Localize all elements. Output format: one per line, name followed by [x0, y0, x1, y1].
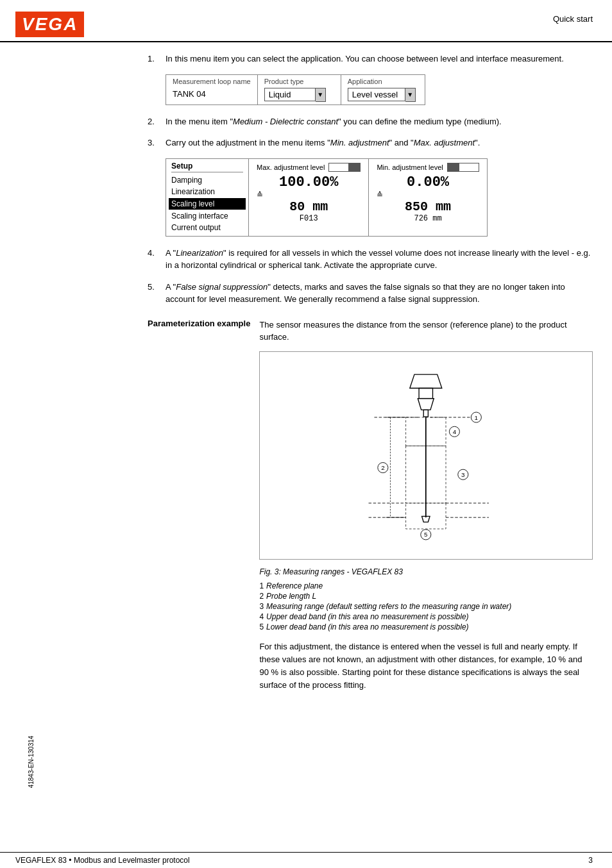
svg-text:4: 4: [453, 428, 457, 435]
item-text-5: A "False signal suppression" detects, ma…: [166, 281, 593, 306]
footer-page: 3: [588, 856, 593, 865]
application-value: Level vessel: [348, 88, 405, 101]
col1-value: TANK 04: [173, 85, 251, 99]
svg-text:5: 5: [424, 531, 428, 538]
col-measurement-loop: Measurement loop name TANK 04: [166, 75, 258, 104]
col2-label: Product type: [264, 78, 334, 85]
param-body-text: For this adjustment, the distance is ent…: [259, 640, 593, 692]
fig-item-5: 5Lower dead band (in this area no measur…: [259, 622, 593, 631]
list-item-3: 3. Carry out the adjustment in the menu …: [148, 137, 593, 149]
max-adj-label: Max. adjustment level: [257, 163, 325, 171]
fig-item-3: 3Measuring range (default setting refers…: [259, 602, 593, 611]
application-arrow[interactable]: ▼: [405, 88, 416, 102]
min-adj-value: 0.00%: [377, 174, 479, 190]
item-num-4: 4.: [148, 247, 166, 272]
menu-item-scaling-level[interactable]: Scaling level: [169, 198, 246, 210]
page-header: VEGA Quick start: [0, 0, 612, 42]
header-quickstart: Quick start: [553, 12, 593, 24]
max-adj-code: F013: [257, 214, 361, 223]
max-adjustment-box: Max. adjustment level 100.00% ≙ 80 mm F0…: [249, 158, 369, 237]
menu-item-scaling-interface: Scaling interface: [171, 210, 243, 222]
page-footer: VEGAFLEX 83 • Modbus and Levelmaster pro…: [0, 852, 612, 868]
min-adj-label: Min. adjustment level: [377, 163, 443, 171]
svg-text:3: 3: [461, 471, 465, 478]
col1-label: Measurement loop name: [173, 78, 251, 85]
min-adj-sub: 726 mm: [377, 214, 479, 223]
svg-text:1: 1: [475, 413, 478, 421]
col2-select[interactable]: Liquid ▼: [264, 88, 334, 102]
logo: VEGA: [15, 12, 84, 37]
col-application: Application Level vessel ▼: [341, 75, 425, 104]
param-label: Parameterization example: [148, 319, 250, 328]
product-type-value: Liquid: [264, 88, 316, 101]
footer-product: VEGAFLEX 83 • Modbus and Levelmaster pro…: [15, 856, 190, 865]
col3-label: Application: [348, 78, 418, 85]
fig-item-1: 1Reference plane: [259, 581, 593, 590]
item-text-3: Carry out the adjustment in the menu ite…: [166, 137, 593, 149]
item-num-2: 2.: [148, 115, 166, 128]
setup-ui-container: Setup Damping Linearization Scaling leve…: [166, 158, 593, 237]
fig-legend-list: 1Reference plane 2Probe length L 3Measur…: [259, 581, 593, 631]
diagram-container: 1 4: [259, 351, 593, 560]
main-content: 1. In this menu item you can select the …: [0, 42, 612, 730]
side-label: 41843-EN-130314: [28, 736, 35, 789]
product-type-arrow[interactable]: ▼: [316, 88, 326, 102]
ui-table-1: Measurement loop name TANK 04 Product ty…: [166, 74, 593, 105]
setup-menu-title: Setup: [171, 162, 243, 172]
list-item-2: 2. In the menu item "Medium - Dielectric…: [148, 115, 593, 128]
menu-item-current-output: Current output: [171, 222, 243, 233]
param-intro: The sensor measures the distance from th…: [259, 319, 593, 344]
col3-select[interactable]: Level vessel ▼: [348, 88, 418, 102]
menu-item-linearization: Linearization: [171, 186, 243, 197]
param-section: Parameterization example The sensor meas…: [148, 319, 593, 692]
min-adjustment-box: Min. adjustment level 0.00% ≙ 850 mm 726…: [369, 158, 487, 237]
diagram-svg: 1 4: [260, 352, 592, 557]
item-text-2: In the menu item "Medium - Dielectric co…: [166, 115, 593, 128]
svg-text:2: 2: [382, 464, 385, 471]
fig-item-4: 4Upper dead band (in this area no measur…: [259, 612, 593, 621]
min-adj-mm: 850 mm: [377, 199, 479, 214]
item-num-1: 1.: [148, 53, 166, 65]
list-item-5: 5. A "False signal suppression" detects,…: [148, 281, 593, 306]
fig-item-2: 2Probe length L: [259, 592, 593, 601]
list-item-4: 4. A "Linearization" is required for all…: [148, 247, 593, 272]
col-product-type: Product type Liquid ▼: [258, 75, 341, 104]
min-adj-equals: ≙: [377, 190, 479, 199]
max-adj-mm: 80 mm: [257, 199, 361, 214]
logo-text: VEGA: [15, 12, 84, 37]
item-num-5: 5.: [148, 281, 166, 306]
menu-item-damping: Damping: [171, 174, 243, 186]
fig-caption: Fig. 3: Measuring ranges - VEGAFLEX 83: [259, 567, 593, 576]
list-item-1: 1. In this menu item you can select the …: [148, 53, 593, 65]
param-content-col: The sensor measures the distance from th…: [259, 319, 593, 692]
param-label-col: Parameterization example: [148, 319, 259, 692]
item-text-1: In this menu item you can select the app…: [166, 53, 593, 65]
max-adj-equals: ≙: [257, 190, 361, 199]
setup-menu: Setup Damping Linearization Scaling leve…: [166, 158, 249, 237]
item-text-4: A "Linearization" is required for all ve…: [166, 247, 593, 272]
max-adj-value: 100.00%: [257, 174, 361, 190]
item-num-3: 3.: [148, 137, 166, 149]
